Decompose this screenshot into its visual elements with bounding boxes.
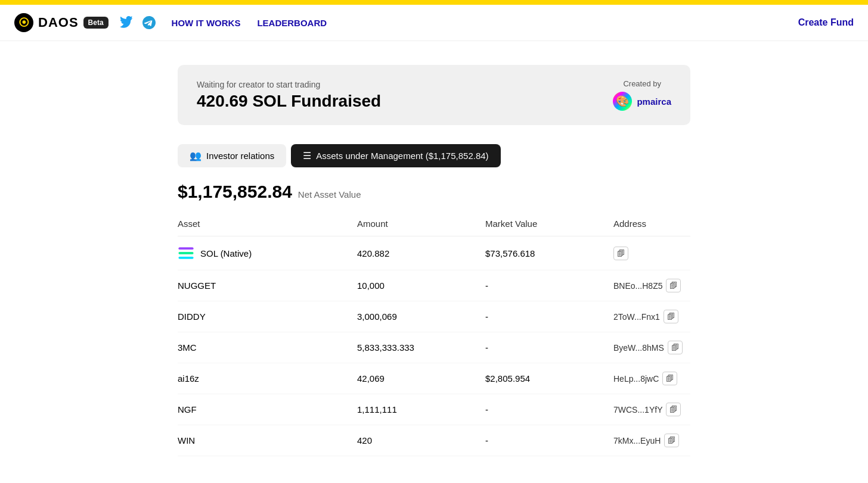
telegram-icon[interactable] [141, 14, 157, 31]
header: ⦿ DAOS Beta HOW IT WORKS LEADERBOARD Cre… [0, 5, 868, 41]
market-value-cell-1: - [485, 270, 613, 301]
asset-cell-5: NGF [178, 394, 357, 425]
investor-icon: 👥 [190, 150, 202, 161]
address-container-0: 🗐 [613, 247, 690, 260]
copy-button-2[interactable]: 🗐 [664, 310, 678, 323]
asset-cell-1: NUGGET [178, 270, 357, 301]
tab-assets-label: Assets under Management ($1,175,852.84) [316, 151, 488, 161]
col-asset: Asset [178, 219, 357, 236]
copy-button-0[interactable]: 🗐 [613, 247, 628, 260]
fundraise-amount: 420.69 SOL Fundraised [197, 92, 381, 111]
fundraise-left: Waiting for creator to start trading 420… [197, 80, 381, 111]
table-header-row: Asset Amount Market Value Address [178, 219, 690, 236]
market-value-cell-3: - [485, 332, 613, 363]
address-cell-3: ByeW...8hMS🗐 [613, 332, 690, 363]
amount-cell-3: 5,833,333.333 [357, 332, 485, 363]
address-cell-4: HeLp...8jwC🗐 [613, 363, 690, 394]
address-container-1: BNEo...H8Z5🗐 [613, 279, 690, 292]
asset-name-6: WIN [178, 435, 195, 445]
created-by-label: Created by [623, 79, 661, 88]
amount-cell-6: 420 [357, 425, 485, 456]
tab-investor-relations[interactable]: 👥 Investor relations [178, 144, 286, 167]
copy-button-4[interactable]: 🗐 [662, 372, 677, 385]
address-container-6: 7kMx...EyuH🗐 [613, 434, 690, 447]
tab-investor-label: Investor relations [206, 151, 274, 161]
table-row: SOL (Native)420.882$73,576.618🗐 [178, 236, 690, 270]
table-row: ai16z42,069$2,805.954HeLp...8jwC🗐 [178, 363, 690, 394]
copy-button-1[interactable]: 🗐 [666, 279, 681, 292]
table-row: NGF1,111,111-7WCS...1YfY🗐 [178, 394, 690, 425]
amount-cell-0: 420.882 [357, 236, 485, 270]
asset-name-5: NGF [178, 404, 197, 415]
nav-links: HOW IT WORKS LEADERBOARD [172, 18, 327, 28]
create-fund-link[interactable]: Create Fund [798, 17, 854, 27]
col-address: Address [613, 219, 690, 236]
market-value-cell-4: $2,805.954 [485, 363, 613, 394]
asset-name-4: ai16z [178, 373, 199, 384]
main-content: Waiting for creator to start trading 420… [166, 65, 702, 456]
asset-cell-6: WIN [178, 425, 357, 456]
header-right: Create Fund [798, 17, 854, 28]
asset-name-2: DIDDY [178, 311, 206, 322]
creator-info: 🎨 pmairca [613, 92, 671, 111]
address-text-6: 7kMx...EyuH [613, 436, 661, 445]
address-text-3: ByeW...8hMS [613, 343, 664, 353]
nav-value: $1,175,852.84 [178, 182, 292, 202]
svg-rect-0 [178, 247, 193, 250]
address-container-3: ByeW...8hMS🗐 [613, 341, 690, 354]
table-body: SOL (Native)420.882$73,576.618🗐NUGGET10,… [178, 236, 690, 456]
table-row: DIDDY3,000,069-2ToW...Fnx1🗐 [178, 301, 690, 332]
twitter-icon[interactable] [118, 14, 135, 31]
address-cell-5: 7WCS...1YfY🗐 [613, 394, 690, 425]
market-value-cell-0: $73,576.618 [485, 236, 613, 270]
address-text-2: 2ToW...Fnx1 [613, 312, 660, 322]
amount-cell-2: 3,000,069 [357, 301, 485, 332]
asset-name-0: SOL (Native) [200, 248, 252, 258]
asset-name-3: 3MC [178, 342, 197, 353]
nav-how-it-works[interactable]: HOW IT WORKS [172, 18, 241, 28]
fundraise-subtitle: Waiting for creator to start trading [197, 80, 381, 89]
tab-assets-management[interactable]: ☰ Assets under Management ($1,175,852.84… [291, 144, 500, 167]
copy-button-5[interactable]: 🗐 [666, 403, 681, 416]
svg-rect-2 [178, 257, 193, 259]
creator-name[interactable]: pmairca [637, 96, 671, 107]
col-market-value: Market Value [485, 219, 613, 236]
address-container-2: 2ToW...Fnx1🗐 [613, 310, 690, 323]
market-value-cell-6: - [485, 425, 613, 456]
address-text-5: 7WCS...1YfY [613, 405, 662, 415]
amount-cell-4: 42,069 [357, 363, 485, 394]
table-row: WIN420-7kMx...EyuH🗐 [178, 425, 690, 456]
svg-rect-1 [178, 252, 193, 254]
address-container-5: 7WCS...1YfY🗐 [613, 403, 690, 416]
col-amount: Amount [357, 219, 485, 236]
fundraise-right: Created by 🎨 pmairca [613, 79, 671, 111]
copy-button-3[interactable]: 🗐 [668, 341, 683, 354]
social-icons [118, 14, 157, 31]
address-cell-6: 7kMx...EyuH🗐 [613, 425, 690, 456]
creator-avatar: 🎨 [613, 92, 632, 111]
amount-cell-5: 1,111,111 [357, 394, 485, 425]
address-cell-1: BNEo...H8Z5🗐 [613, 270, 690, 301]
nav-row: $1,175,852.84 Net Asset Value [178, 182, 690, 204]
nav-label: Net Asset Value [298, 189, 361, 200]
market-value-cell-5: - [485, 394, 613, 425]
table-row: 3MC5,833,333.333-ByeW...8hMS🗐 [178, 332, 690, 363]
sol-icon [178, 245, 194, 261]
copy-button-6[interactable]: 🗐 [664, 434, 679, 447]
asset-cell-3: 3MC [178, 332, 357, 363]
logo-area: ⦿ DAOS Beta [14, 13, 108, 32]
address-text-1: BNEo...H8Z5 [613, 281, 662, 291]
table-head: Asset Amount Market Value Address [178, 219, 690, 236]
top-bar [0, 0, 868, 5]
amount-cell-1: 10,000 [357, 270, 485, 301]
address-text-4: HeLp...8jwC [613, 374, 659, 384]
logo-text: DAOS [38, 15, 79, 30]
logo-icon: ⦿ [14, 13, 33, 32]
asset-name-1: NUGGET [178, 281, 216, 291]
beta-badge: Beta [83, 17, 108, 29]
tabs-container: 👥 Investor relations ☰ Assets under Mana… [178, 144, 690, 167]
address-cell-0: 🗐 [613, 236, 690, 270]
asset-cell-2: DIDDY [178, 301, 357, 332]
market-value-cell-2: - [485, 301, 613, 332]
nav-leaderboard[interactable]: LEADERBOARD [257, 18, 327, 28]
